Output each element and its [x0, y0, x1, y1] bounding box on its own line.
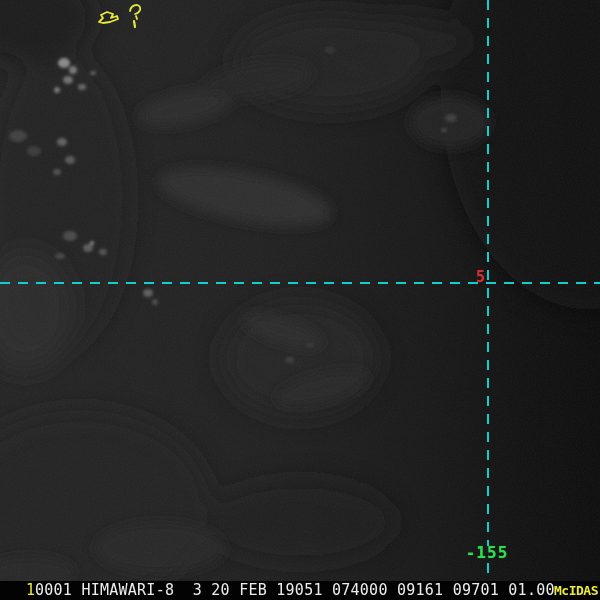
- mcidas-brand-label: McIDAS: [554, 584, 598, 598]
- longitude-label: -155: [460, 545, 514, 560]
- mcidas-image-viewer: 5 -155 1 0001 HIMAWARI-8 3 20 FEB 19051 …: [0, 0, 600, 600]
- status-info-text: 0001 HIMAWARI-8 3 20 FEB 19051 074000 09…: [35, 583, 555, 598]
- sensor-noise-overlay: [0, 0, 600, 600]
- latitude-label: 5: [476, 270, 485, 284]
- satellite-image-canvas[interactable]: [0, 0, 600, 600]
- frame-number: 1: [26, 583, 35, 598]
- status-bar: 1 0001 HIMAWARI-8 3 20 FEB 19051 074000 …: [0, 581, 600, 600]
